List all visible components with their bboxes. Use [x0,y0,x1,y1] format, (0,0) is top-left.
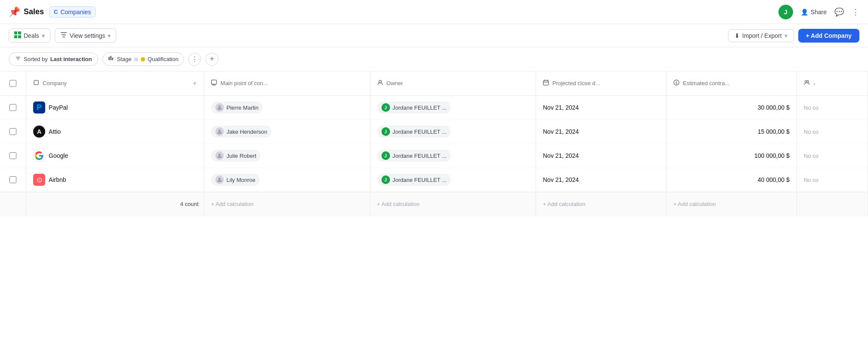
footer-calc-close[interactable]: + Add calculation [536,192,666,216]
svg-point-27 [219,106,221,108]
more-icon[interactable]: ⋮ [852,7,859,17]
chat-icon[interactable]: 💬 [834,7,844,17]
companies-pill[interactable]: C Companies [49,6,96,18]
contact-col-icon [211,80,217,87]
owner-name: Jordane FEUILLET ... [393,129,447,135]
filter-more-button[interactable]: ⋮ [188,53,201,66]
contract-amount: 40 000,00 $ [666,176,797,183]
contract-amount: 15 000,00 $ [666,128,797,135]
owner-avatar: J [381,127,390,136]
th-check [0,71,26,95]
toolbar-left: Deals ▾ View settings ▾ [9,28,116,43]
row-check-cell [0,95,26,120]
contract-amount: 100 000,00 $ [666,152,797,159]
owner-pill[interactable]: J Jordane FEUILLET ... [377,150,451,162]
brand-name: Sales [24,7,44,16]
close-date-value: Nov 21, 2024 [536,152,586,159]
svg-rect-4 [61,32,67,33]
dollar-col-icon: $ [673,80,679,87]
row-checkbox-1[interactable] [9,128,16,135]
owner-cell[interactable]: J Jordane FEUILLET ... [370,95,536,120]
close-date-cell: Nov 21, 2024 [536,144,666,168]
brand: 📌 Sales [9,6,44,18]
topbar-left: 📌 Sales C Companies [9,6,96,18]
sort-pill[interactable]: Sorted by Last interaction [9,52,98,66]
deals-button[interactable]: Deals ▾ [9,28,50,43]
import-export-button[interactable]: ⬇ Import / Export ▾ [728,29,794,42]
owner-cell[interactable]: J Jordane FEUILLET ... [370,168,536,192]
row-checkbox-2[interactable] [9,152,16,159]
company-col-icon [33,80,39,87]
add-company-button[interactable]: + Add Company [798,29,859,43]
deals-chevron: ▾ [42,32,45,39]
view-settings-label: View settings [70,32,105,39]
owner-cell[interactable]: J Jordane FEUILLET ... [370,144,536,168]
qualification-dot [141,57,145,61]
owner-avatar: J [381,151,390,160]
company-name: Google [49,152,68,159]
contract-amount: 30 000,00 $ [666,104,797,111]
share-button[interactable]: 👤 Share [801,9,827,15]
svg-rect-11 [110,56,112,60]
extra-value: No co [797,177,825,183]
company-col-label: Company [43,80,67,86]
company-cell[interactable]: A Attio [26,120,204,144]
companies-icon: C [54,9,58,15]
contact-cell[interactable]: Julie Robert [204,144,370,168]
th-company: Company + [26,71,204,95]
chevron-right-btn[interactable]: › [813,80,815,87]
contact-name: Lily Monroe [226,177,255,183]
owner-pill[interactable]: J Jordane FEUILLET ... [377,101,451,114]
table-footer-row: 4 count + Add calculation + Add calculat… [0,192,868,216]
company-cell[interactable]: P PayPal [26,95,204,120]
row-checkbox-0[interactable] [9,104,16,111]
contact-pill[interactable]: Jake Henderson [211,126,272,138]
owner-cell[interactable]: J Jordane FEUILLET ... [370,120,536,144]
owner-name: Jordane FEUILLET ... [393,153,447,159]
filter-add-button[interactable]: + [205,53,218,66]
footer-check [0,192,26,216]
row-count: 4 count [26,201,204,207]
contact-cell[interactable]: Pierre Martin [204,95,370,120]
svg-text:$: $ [675,81,677,85]
company-cell[interactable]: Google [26,144,204,168]
th-extra: › [797,71,868,95]
add-calc-contract[interactable]: + Add calculation [673,201,716,207]
stage-filter[interactable]: Stage is Qualification [102,52,184,66]
select-all-checkbox[interactable] [9,80,16,87]
row-checkbox-3[interactable] [9,176,16,183]
filters-row: Sorted by Last interaction Stage is Qual… [0,47,868,71]
add-calc-close[interactable]: + Add calculation [543,201,586,207]
footer-calc-contact[interactable]: + Add calculation [204,192,370,216]
import-export-label: Import / Export [742,32,782,39]
footer-calc-owner[interactable]: + Add calculation [370,192,536,216]
svg-rect-2 [14,35,17,38]
close-date-col-label: Projected close d... [552,80,600,86]
deals-grid-icon [14,31,21,40]
add-calc-owner[interactable]: + Add calculation [377,201,420,207]
owner-name: Jordane FEUILLET ... [393,177,447,183]
svg-rect-14 [211,80,217,84]
contact-cell[interactable]: Jake Henderson [204,120,370,144]
extra-value: No co [797,129,825,135]
add-filter-icon: + [210,55,214,64]
contact-pill[interactable]: Pierre Martin [211,101,263,114]
owner-pill[interactable]: J Jordane FEUILLET ... [377,174,451,186]
contact-col-label: Main point of con... [220,80,268,86]
contact-pill[interactable]: Lily Monroe [211,174,260,186]
contact-cell[interactable]: Lily Monroe [204,168,370,192]
company-cell[interactable]: ⊙ Airbnb [26,168,204,192]
add-company-col-btn[interactable]: + [193,80,197,87]
view-settings-button[interactable]: View settings ▾ [55,28,116,43]
svg-rect-13 [34,80,38,85]
add-calc-contact[interactable]: + Add calculation [211,201,254,207]
svg-rect-19 [543,80,549,85]
stage-icon [108,55,114,63]
footer-calc-contract[interactable]: + Add calculation [666,192,797,216]
companies-table: Company + Main point of con... [0,71,868,216]
contact-pill[interactable]: Julie Robert [211,150,260,162]
stage-op: is [134,56,138,62]
th-contract: $ Estimated contra... [666,71,797,95]
contract-col-label: Estimated contra... [683,80,729,86]
owner-pill[interactable]: J Jordane FEUILLET ... [377,126,451,138]
